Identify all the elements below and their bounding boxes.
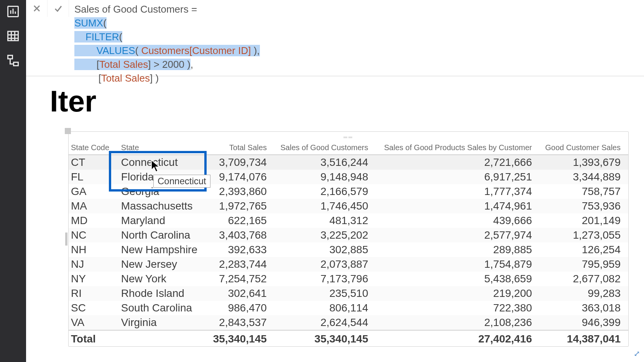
- cell-good_prod[interactable]: 439,666: [376, 213, 540, 228]
- formula-editor[interactable]: Sales of Good Customers = SUMX( FILTER( …: [69, 0, 644, 87]
- data-view-icon[interactable]: [6, 29, 20, 43]
- table-row[interactable]: NCNorth Carolina3,403,7683,225,2022,577,…: [69, 228, 628, 242]
- table-row[interactable]: NYNew York7,254,7527,173,7965,438,6592,6…: [69, 272, 628, 286]
- cell-state[interactable]: Maryland: [119, 213, 209, 228]
- cell-total[interactable]: 9,174,076: [208, 170, 274, 184]
- cell-total[interactable]: 2,843,537: [208, 315, 274, 330]
- table-row[interactable]: GAGeorgia2,393,8602,166,5791,777,374758,…: [69, 184, 628, 199]
- cell-state[interactable]: South Carolina: [119, 301, 209, 315]
- cell-code[interactable]: FL: [69, 170, 119, 184]
- cell-gcs[interactable]: 1,393,679: [540, 155, 628, 170]
- cell-good_cust[interactable]: 3,516,244: [274, 155, 376, 170]
- cell-good_prod[interactable]: 722,380: [376, 301, 540, 315]
- cell-good_cust[interactable]: 1,746,450: [274, 199, 376, 213]
- cell-good_prod[interactable]: 2,108,236: [376, 315, 540, 330]
- cell-code[interactable]: NH: [69, 242, 119, 257]
- table-row[interactable]: MAMassachusetts1,972,7651,746,4501,474,9…: [69, 199, 628, 213]
- cell-good_prod[interactable]: 1,777,374: [376, 184, 540, 199]
- cell-good_prod[interactable]: 5,438,659: [376, 272, 540, 286]
- table-row[interactable]: NHNew Hampshire392,633302,885289,885126,…: [69, 242, 628, 257]
- table-row[interactable]: VAVirginia2,843,5372,624,5442,108,236946…: [69, 315, 628, 330]
- cell-total[interactable]: 2,393,860: [208, 184, 274, 199]
- table-row[interactable]: SCSouth Carolina986,470806,114722,380363…: [69, 301, 628, 315]
- cell-code[interactable]: SC: [69, 301, 119, 315]
- table-row[interactable]: NJNew Jersey2,283,7442,073,8871,754,8797…: [69, 257, 628, 272]
- cell-good_cust[interactable]: 2,166,579: [274, 184, 376, 199]
- cell-good_cust[interactable]: 2,624,544: [274, 315, 376, 330]
- resize-grip-left[interactable]: [65, 233, 67, 246]
- cell-gcs[interactable]: 99,283: [540, 286, 628, 301]
- cell-state[interactable]: North Carolina: [119, 228, 209, 242]
- cell-code[interactable]: CT: [69, 155, 119, 170]
- cell-total[interactable]: 3,709,734: [208, 155, 274, 170]
- cell-good_prod[interactable]: 2,577,974: [376, 228, 540, 242]
- cell-gcs[interactable]: 795,959: [540, 257, 628, 272]
- resize-arrow-icon[interactable]: ⤢: [634, 349, 640, 358]
- cell-code[interactable]: NC: [69, 228, 119, 242]
- cell-state[interactable]: Virginia: [119, 315, 209, 330]
- cell-good_cust[interactable]: 3,225,202: [274, 228, 376, 242]
- cell-good_cust[interactable]: 481,312: [274, 213, 376, 228]
- cell-state[interactable]: Georgia: [119, 184, 209, 199]
- cell-good_cust[interactable]: 9,148,948: [274, 170, 376, 184]
- cell-gcs[interactable]: 363,018: [540, 301, 628, 315]
- cell-state[interactable]: Rhode Island: [119, 286, 209, 301]
- cell-total[interactable]: 622,165: [208, 213, 274, 228]
- cell-state[interactable]: Massachusetts: [119, 199, 209, 213]
- cell-code[interactable]: MA: [69, 199, 119, 213]
- cell-total[interactable]: 392,633: [208, 242, 274, 257]
- cell-good_cust[interactable]: 806,114: [274, 301, 376, 315]
- cell-good_cust[interactable]: 7,173,796: [274, 272, 376, 286]
- col-good-customer-sales[interactable]: Good Customer Sales: [540, 132, 628, 155]
- col-total-sales[interactable]: Total Sales: [208, 132, 274, 155]
- table-row[interactable]: MDMaryland622,165481,312439,666201,149: [69, 213, 628, 228]
- cell-code[interactable]: RI: [69, 286, 119, 301]
- cell-code[interactable]: GA: [69, 184, 119, 199]
- cell-gcs[interactable]: 1,273,055: [540, 228, 628, 242]
- table-row[interactable]: FLFlorida9,174,0769,148,9486,917,2513,34…: [69, 170, 628, 184]
- cell-total[interactable]: 302,641: [208, 286, 274, 301]
- col-sales-good-customers[interactable]: Sales of Good Customers: [274, 132, 376, 155]
- cell-state[interactable]: New York: [119, 272, 209, 286]
- drag-handle-icon[interactable]: ══: [343, 134, 354, 140]
- cell-good_prod[interactable]: 6,917,251: [376, 170, 540, 184]
- cell-total[interactable]: 2,283,744: [208, 257, 274, 272]
- cell-good_cust[interactable]: 302,885: [274, 242, 376, 257]
- cell-good_prod[interactable]: 219,200: [376, 286, 540, 301]
- cell-good_cust[interactable]: 235,510: [274, 286, 376, 301]
- cell-state[interactable]: New Hampshire: [119, 242, 209, 257]
- cell-code[interactable]: VA: [69, 315, 119, 330]
- cell-state[interactable]: Connecticut: [119, 155, 209, 170]
- col-state[interactable]: State: [119, 132, 209, 155]
- report-canvas[interactable]: Iter ══ State Code State Total Sales Sal…: [26, 76, 644, 362]
- cell-good_prod[interactable]: 1,474,961: [376, 199, 540, 213]
- cell-code[interactable]: NY: [69, 272, 119, 286]
- cell-good_prod[interactable]: 2,721,666: [376, 155, 540, 170]
- table-row[interactable]: CTConnecticut3,709,7343,516,2442,721,666…: [69, 155, 628, 170]
- cell-gcs[interactable]: 3,344,889: [540, 170, 628, 184]
- col-state-code[interactable]: State Code: [69, 132, 119, 155]
- formula-accept-button[interactable]: [48, 0, 69, 17]
- formula-cancel-button[interactable]: [26, 0, 48, 17]
- table-visual[interactable]: ══ State Code State Total Sales Sales of…: [68, 131, 629, 347]
- cell-gcs[interactable]: 758,757: [540, 184, 628, 199]
- cell-gcs[interactable]: 946,399: [540, 315, 628, 330]
- cell-state[interactable]: New Jersey: [119, 257, 209, 272]
- cell-gcs[interactable]: 201,149: [540, 213, 628, 228]
- cell-code[interactable]: MD: [69, 213, 119, 228]
- cell-total[interactable]: 7,254,752: [208, 272, 274, 286]
- cell-gcs[interactable]: 126,254: [540, 242, 628, 257]
- col-sales-good-products[interactable]: Sales of Good Products Sales by Customer: [376, 132, 540, 155]
- cell-good_cust[interactable]: 2,073,887: [274, 257, 376, 272]
- cell-code[interactable]: NJ: [69, 257, 119, 272]
- report-view-icon[interactable]: [6, 5, 20, 18]
- cell-good_prod[interactable]: 1,754,879: [376, 257, 540, 272]
- cell-total[interactable]: 1,972,765: [208, 199, 274, 213]
- cell-good_prod[interactable]: 289,885: [376, 242, 540, 257]
- resize-grip-top-left[interactable]: [65, 128, 71, 134]
- cell-gcs[interactable]: 2,677,082: [540, 272, 628, 286]
- model-view-icon[interactable]: [6, 54, 20, 67]
- cell-gcs[interactable]: 753,936: [540, 199, 628, 213]
- cell-total[interactable]: 3,403,768: [208, 228, 274, 242]
- table-row[interactable]: RIRhode Island302,641235,510219,20099,28…: [69, 286, 628, 301]
